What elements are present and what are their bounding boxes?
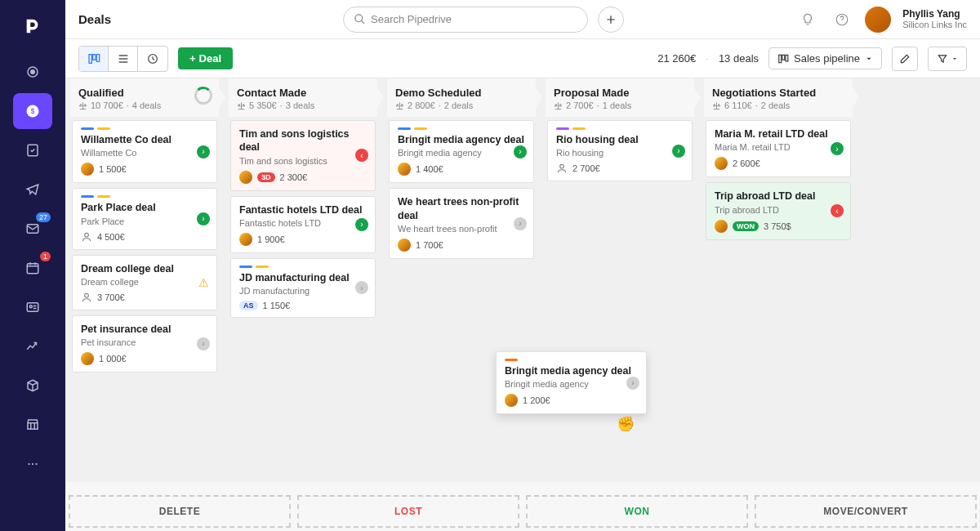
deal-card-value: 1 500€ xyxy=(99,164,127,174)
person-icon xyxy=(81,292,92,303)
column-body[interactable]: Maria M. retail LTD deal Maria M. retail… xyxy=(704,117,853,482)
sidebar-item-mail[interactable]: 27 xyxy=(13,211,52,247)
deal-card-title: Bringit media agency deal xyxy=(505,364,638,377)
deal-card-org: Tim and sons logistics xyxy=(239,156,367,166)
edit-pipeline-button[interactable] xyxy=(892,47,918,71)
deal-card[interactable]: Rio housing deal Rio housing 2 700€ › xyxy=(547,120,693,181)
user-company: Silicon Links Inc xyxy=(902,20,967,30)
view-list-button[interactable] xyxy=(109,47,138,71)
won-chip: WON xyxy=(733,221,759,231)
deal-card-value: 4 500€ xyxy=(97,232,125,242)
deal-card-org: Willamette Co xyxy=(81,148,208,158)
column-body[interactable]: Bringit media agency deal Bringit media … xyxy=(387,117,536,482)
search-input[interactable]: Search Pipedrive xyxy=(343,7,588,33)
pipeline-column: Demo Scheduled 2 800€ · 2 deals Bringit … xyxy=(382,78,541,482)
sidebar-item-insights[interactable] xyxy=(13,328,52,364)
activity-status-icon[interactable]: ⚠ xyxy=(197,276,210,289)
tips-button[interactable] xyxy=(796,8,819,31)
deal-card-title: Maria M. retail LTD deal xyxy=(715,127,842,141)
kanban-icon xyxy=(87,52,100,65)
deal-card-org: Dream college xyxy=(81,277,208,287)
deal-card[interactable]: We heart trees non-profit deal We heart … xyxy=(389,188,534,259)
deal-card[interactable]: JD manufacturing deal JD manufacturing A… xyxy=(230,258,376,318)
pencil-icon xyxy=(899,53,911,65)
help-button[interactable] xyxy=(831,8,853,31)
owner-avatar xyxy=(239,233,252,246)
column-title: Demo Scheduled xyxy=(395,87,528,99)
deal-card-org: We heart trees non-profit xyxy=(398,224,525,234)
drop-move[interactable]: MOVE/CONVERT xyxy=(755,495,977,528)
deal-card[interactable]: Fantastic hotels LTD deal Fantastic hote… xyxy=(230,196,376,253)
svg-point-8 xyxy=(29,306,32,308)
sidebar-item-contacts[interactable] xyxy=(13,289,52,325)
deal-card-title: Fantastic hotels LTD deal xyxy=(239,203,367,216)
activity-status-icon[interactable]: › xyxy=(514,145,527,158)
deal-card-title: Rio housing deal xyxy=(556,133,684,146)
activity-status-icon[interactable]: › xyxy=(355,281,368,294)
deal-card-org: JD manufacturing xyxy=(239,286,367,296)
view-forecast-button[interactable] xyxy=(138,47,167,71)
owner-avatar xyxy=(81,352,94,365)
sidebar-item-focus[interactable] xyxy=(13,54,52,90)
activity-status-icon[interactable]: ‹ xyxy=(831,204,844,217)
sidebar-item-deals[interactable]: $ xyxy=(13,93,52,129)
svg-rect-18 xyxy=(779,55,782,62)
activity-status-icon[interactable]: › xyxy=(355,218,368,231)
activity-status-icon[interactable]: ‹ xyxy=(355,149,368,162)
deal-card[interactable]: Pet insurance deal Pet insurance 1 000€ … xyxy=(72,315,217,373)
sidebar-item-campaigns[interactable] xyxy=(13,172,52,207)
logo[interactable] xyxy=(13,7,52,46)
plus-icon: + xyxy=(189,52,196,65)
owner-avatar xyxy=(715,220,728,233)
deal-card[interactable]: Maria M. retail LTD deal Maria M. retail… xyxy=(706,120,851,177)
activity-status-icon[interactable]: › xyxy=(672,145,685,158)
svg-text:$: $ xyxy=(30,107,34,115)
sidebar-item-marketplace[interactable] xyxy=(13,407,52,443)
sidebar-item-calendar[interactable]: 1 xyxy=(13,250,52,286)
deal-card[interactable]: Bringit media agency deal Bringit media … xyxy=(389,120,534,183)
activity-status-icon[interactable]: › xyxy=(197,212,210,225)
deal-card[interactable]: Trip abroad LTD deal Trip abroad LTD WON… xyxy=(706,182,851,239)
deal-card-value: 1 700€ xyxy=(416,240,443,250)
deal-card-org: Park Place xyxy=(81,216,208,226)
deal-card-title: Pet insurance deal xyxy=(81,323,208,336)
pipeline-selector[interactable]: Sales pipeline xyxy=(768,47,882,69)
drop-lost[interactable]: LOST xyxy=(297,495,519,528)
view-kanban-button[interactable] xyxy=(79,47,109,71)
column-body[interactable]: Willamette Co deal Willamette Co 1 500€ … xyxy=(70,117,219,482)
activity-status-icon[interactable]: › xyxy=(514,217,527,230)
dragging-card[interactable]: Bringit media agency deal Bringit media … xyxy=(496,351,647,414)
column-summary: 10 700€ · 4 deals xyxy=(78,100,211,110)
user-avatar[interactable] xyxy=(865,7,891,33)
filter-button[interactable] xyxy=(928,47,967,71)
deal-card[interactable]: Willamette Co deal Willamette Co 1 500€ … xyxy=(72,120,217,183)
deal-card[interactable]: Park Place deal Park Place 4 500€ › xyxy=(72,188,217,249)
view-toggle xyxy=(78,46,168,72)
deal-card-value: 1 150€ xyxy=(263,301,291,310)
sidebar-item-products[interactable] xyxy=(13,368,52,404)
deal-card-title: Trip abroad LTD deal xyxy=(715,190,842,203)
sidebar: $ 27 1 xyxy=(0,0,65,531)
owner-avatar xyxy=(239,171,252,184)
sidebar-item-tasks[interactable] xyxy=(13,132,52,168)
activity-status-icon[interactable]: › xyxy=(197,337,210,350)
deal-card-org: Rio housing xyxy=(556,148,684,158)
activity-status-icon[interactable]: › xyxy=(831,142,844,155)
svg-point-23 xyxy=(560,165,564,169)
add-button[interactable] xyxy=(598,7,624,33)
column-summary: 2 800€ · 2 deals xyxy=(395,100,528,110)
deal-card-footer: 1 500€ xyxy=(81,163,208,176)
deal-card-org: Bringit media agency xyxy=(505,379,638,389)
deal-card[interactable]: Tim and sons logistics deal Tim and sons… xyxy=(230,120,376,191)
add-deal-button[interactable]: +Deal xyxy=(178,47,233,69)
activity-status-icon[interactable]: › xyxy=(197,145,210,158)
search-icon xyxy=(354,13,366,25)
drop-won[interactable]: WON xyxy=(526,495,748,528)
deal-card[interactable]: Dream college deal Dream college 3 700€ … xyxy=(72,255,217,310)
deal-card-title: We heart trees non-profit deal xyxy=(398,195,525,222)
user-info[interactable]: Phyllis Yang Silicon Links Inc xyxy=(902,8,967,31)
deal-card-value: 1 900€ xyxy=(257,234,285,244)
column-body[interactable]: Tim and sons logistics deal Tim and sons… xyxy=(229,117,377,482)
sidebar-item-more[interactable] xyxy=(13,446,52,482)
drop-delete[interactable]: DELETE xyxy=(69,495,291,528)
